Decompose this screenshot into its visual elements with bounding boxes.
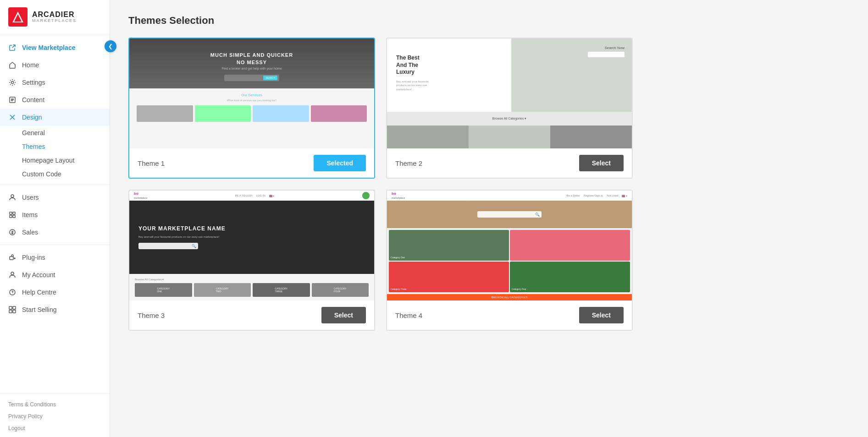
search-icon: 🔍 xyxy=(192,244,196,248)
theme4-name: Theme 4 xyxy=(395,311,422,319)
theme2-bottom-imgs xyxy=(387,126,632,148)
sidebar-sub-label-themes: Themes xyxy=(22,143,45,150)
theme1-thumb-2 xyxy=(195,105,251,122)
sidebar-item-sales[interactable]: Sales xyxy=(0,224,110,241)
sidebar-item-view-marketplace[interactable]: View Marketplace xyxy=(0,39,110,56)
sidebar-item-content[interactable]: Content xyxy=(0,91,110,109)
sidebar-label-home: Home xyxy=(22,61,39,69)
svg-point-6 xyxy=(11,195,14,197)
sidebar-label-start-selling: Start Selling xyxy=(22,306,56,313)
sales-icon xyxy=(8,228,17,236)
theme3-hero-text: YOUR MARKETPLACE NAME xyxy=(138,225,226,232)
theme3-hero-sub: Buy and sell your favourite products on … xyxy=(138,235,219,238)
theme3-cat-1: CATEGORYONE xyxy=(135,283,192,297)
sidebar-sub-homepage-layout[interactable]: Homepage Layout xyxy=(0,153,110,167)
sidebar-item-my-account[interactable]: My Account xyxy=(0,266,110,284)
theme1-hero-sub: Find a broker and get help with your hom… xyxy=(221,67,282,70)
theme4-cell-3: Category Three xyxy=(389,262,509,292)
theme2-search-box xyxy=(588,52,625,57)
theme-card-2: The BestAnd TheLuxury Buy and sell your … xyxy=(386,38,633,179)
logo-icon xyxy=(8,7,28,27)
theme1-thumb-4 xyxy=(311,105,367,122)
theme3-header: bomarketplace BE A SELLER LOG IN 🇬🇧 ▾ xyxy=(129,191,374,201)
theme4-logo: bomarketplace xyxy=(392,191,405,200)
sidebar-collapse-button[interactable]: ❮ xyxy=(105,40,116,52)
svg-rect-15 xyxy=(9,306,12,309)
sidebar-label-plugins: Plug-ins xyxy=(22,254,45,261)
home-icon xyxy=(8,61,17,69)
footer-privacy[interactable]: Privacy Policy xyxy=(0,410,110,422)
brand-name: ARCADIER xyxy=(32,11,77,19)
svg-rect-12 xyxy=(10,257,13,260)
theme2-left: The BestAnd TheLuxury Buy and sell your … xyxy=(387,38,511,112)
theme4-hero: 🔍 xyxy=(387,201,632,228)
theme4-cell-2 xyxy=(510,230,630,261)
theme4-cell-1: Category One xyxy=(389,230,509,261)
theme4-preview: bomarketplace Be a Seller Register/Sign … xyxy=(387,191,632,300)
search-icon-4: 🔍 xyxy=(535,213,540,217)
theme1-selected-button[interactable]: Selected xyxy=(314,155,366,171)
svg-rect-16 xyxy=(13,306,16,309)
sidebar-label-items: Items xyxy=(22,211,38,218)
design-icon xyxy=(8,113,17,121)
sidebar-sub-themes[interactable]: Themes xyxy=(0,140,110,153)
theme4-browse-bar: BROWSE ALL CATEGORIES xyxy=(387,294,632,300)
theme3-nav-links: BE A SELLER LOG IN 🇬🇧 ▾ xyxy=(235,194,275,197)
sidebar-label-help-centre: Help Centre xyxy=(22,289,56,296)
sidebar-item-plugins[interactable]: Plug-ins xyxy=(0,249,110,266)
theme3-hero: YOUR MARKETPLACE NAME Buy and sell your … xyxy=(129,201,374,274)
theme2-img-1 xyxy=(387,126,469,148)
sidebar-sub-custom-code[interactable]: Custom Code xyxy=(0,167,110,181)
theme3-name: Theme 3 xyxy=(138,311,165,319)
theme3-cat-3: CATEGORYTHREE xyxy=(253,283,310,297)
theme3-categories: Browse All Categories ▾ CATEGORYONE CATE… xyxy=(129,274,374,300)
sidebar-footer: Terms & Conditions Privacy Policy Logout xyxy=(0,393,110,437)
theme1-hero-text2: NO MESSY xyxy=(237,60,267,65)
svg-rect-18 xyxy=(13,310,16,313)
theme4-nav: Be a Seller Register/Sign in Not Used 🇬🇧… xyxy=(567,194,627,197)
footer-logout[interactable]: Logout xyxy=(0,422,110,434)
theme3-logo: bomarketplace xyxy=(134,191,147,200)
theme1-thumb-1 xyxy=(137,105,193,122)
svg-rect-9 xyxy=(10,215,12,218)
theme2-select-button[interactable]: Select xyxy=(579,155,624,171)
theme3-footer: Theme 3 Select xyxy=(129,300,374,330)
sidebar-label-my-account: My Account xyxy=(22,271,55,279)
sidebar-sub-label-custom-code: Custom Code xyxy=(22,170,61,178)
logo-text: ARCADIER MARKETPLACES xyxy=(32,11,77,23)
theme3-select-button[interactable]: Select xyxy=(321,307,366,323)
theme2-browse: Browse All Categories ▾ xyxy=(387,112,632,126)
start-selling-icon xyxy=(8,306,17,314)
plugins-icon xyxy=(8,253,17,262)
svg-rect-10 xyxy=(13,215,15,218)
theme4-header: bomarketplace Be a Seller Register/Sign … xyxy=(387,191,632,201)
theme1-services: Our Services What kind of service are yo… xyxy=(129,88,374,122)
sidebar: ARCADIER MARKETPLACES View Marketplace H… xyxy=(0,0,110,437)
theme4-grid: Category One Category Three Category Fou… xyxy=(387,228,632,294)
footer-terms[interactable]: Terms & Conditions xyxy=(0,399,110,410)
sidebar-item-start-selling[interactable]: Start Selling xyxy=(0,301,110,318)
theme3-search: 🔍 xyxy=(138,243,198,249)
sidebar-label-users: Users xyxy=(22,194,39,201)
theme3-preview: bomarketplace BE A SELLER LOG IN 🇬🇧 ▾ YO… xyxy=(129,191,374,300)
theme2-sub: Buy and sell your favouriteproducts on o… xyxy=(396,80,502,91)
theme1-footer: Theme 1 Selected xyxy=(129,148,374,178)
sidebar-item-help-centre[interactable]: Help Centre xyxy=(0,284,110,301)
sidebar-item-settings[interactable]: Settings xyxy=(0,74,110,91)
sidebar-item-home[interactable]: Home xyxy=(0,56,110,74)
theme2-footer: Theme 2 Select xyxy=(387,148,632,178)
theme3-cat-label: Browse All Categories ▾ xyxy=(135,278,369,281)
theme2-img-3 xyxy=(550,126,632,148)
theme3-cat-4: CATEGORYFOUR xyxy=(312,283,369,297)
theme1-services-title: Our Services xyxy=(137,93,367,97)
sidebar-item-items[interactable]: Items xyxy=(0,206,110,224)
sidebar-label-content: Content xyxy=(22,96,44,104)
sidebar-label-settings: Settings xyxy=(22,79,45,86)
sidebar-item-design[interactable]: Design xyxy=(0,109,110,126)
theme2-img-2 xyxy=(469,126,550,148)
theme2-right: Search Now xyxy=(511,38,632,112)
theme4-select-button[interactable]: Select xyxy=(579,307,624,323)
sidebar-item-users[interactable]: Users xyxy=(0,189,110,206)
sidebar-sub-general[interactable]: General xyxy=(0,126,110,140)
theme1-thumbnails xyxy=(137,105,367,122)
